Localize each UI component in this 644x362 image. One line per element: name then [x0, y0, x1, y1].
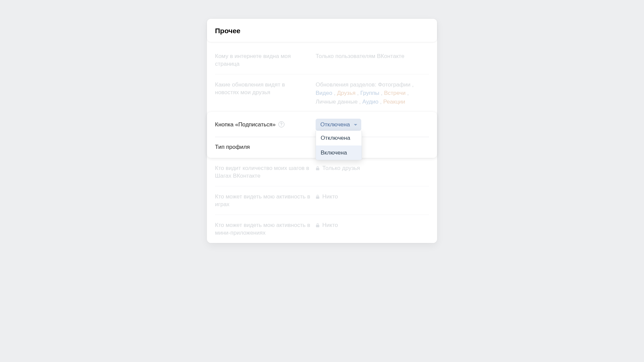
dropdown-option[interactable]: Включена [316, 145, 362, 160]
panel-title: Прочее [215, 27, 429, 35]
dimmed-section-top: Кому в интернете видна моя страница Толь… [207, 43, 437, 112]
update-tag: Встречи [384, 90, 407, 96]
row-value: Только пользователям ВКонтакте [316, 52, 429, 61]
row-value-tags: Обновления разделов: Фотографии , Видео … [316, 80, 429, 106]
update-tag: Группы [360, 90, 381, 96]
updates-prefix: Обновления разделов: [316, 81, 376, 88]
row-value: Только друзья [316, 164, 429, 173]
subscribe-button-label: Кнопка «Подписаться» [215, 121, 276, 128]
help-icon[interactable]: ? [278, 121, 284, 127]
dropdown-wrap: Отключена ОтключенаВключена [316, 119, 361, 131]
row-value: Никто [316, 192, 429, 201]
lock-icon [316, 164, 320, 172]
row-subscribe-button: Кнопка «Подписаться» ? Отключена Отключе… [215, 112, 429, 137]
row-label: Какие обновления видят в новостях мои др… [215, 80, 316, 97]
row-label: Тип профиля [215, 144, 316, 150]
update-tag: Личные данные [316, 99, 359, 105]
dropdown-list: ОтключенаВключена [316, 131, 362, 160]
chevron-down-icon [354, 124, 357, 126]
update-tag: Друзья [337, 90, 357, 96]
update-tag: Видео [316, 90, 334, 96]
dropdown-option[interactable]: Отключена [316, 131, 362, 145]
row-label: Кто может видеть мою активность в мини-п… [215, 221, 316, 237]
row-miniapps-activity[interactable]: Кто может видеть мою активность в мини-п… [215, 215, 429, 243]
panel-header: Прочее [207, 19, 437, 42]
row-steps-visibility[interactable]: Кто видит количество моих шагов в Шагах … [215, 158, 429, 186]
steps-value: Только друзья [322, 164, 360, 173]
settings-panel: Прочее Кому в интернете видна моя страни… [207, 19, 437, 243]
update-tag: Аудио [362, 99, 380, 105]
update-tag: Реакции [383, 99, 405, 105]
games-value: Никто [322, 192, 338, 201]
row-label: Кому в интернете видна моя страница [215, 52, 316, 68]
row-label: Кто видит количество моих шагов в Шагах … [215, 164, 316, 180]
subscribe-dropdown-button[interactable]: Отключена [316, 119, 361, 131]
focused-section: Кнопка «Подписаться» ? Отключена Отключе… [207, 112, 437, 158]
miniapps-value: Никто [322, 221, 338, 230]
row-value: Никто [316, 221, 429, 230]
dropdown-selected-label: Отключена [320, 121, 350, 128]
dimmed-section-bottom: Кто видит количество моих шагов в Шагах … [207, 158, 437, 243]
panel-header-card: Прочее [207, 19, 437, 42]
update-tag: Фотографии [378, 81, 412, 88]
row-friends-updates[interactable]: Какие обновления видят в новостях мои др… [215, 74, 429, 112]
lock-icon [316, 221, 320, 229]
row-label: Кто может видеть мою активность в играх [215, 192, 316, 208]
row-games-activity[interactable]: Кто может видеть мою активность в играх … [215, 186, 429, 215]
row-value: Отключена ОтключенаВключена [316, 119, 429, 131]
lock-icon [316, 192, 320, 201]
row-label: Кнопка «Подписаться» ? [215, 121, 316, 128]
row-page-visibility[interactable]: Кому в интернете видна моя страница Толь… [215, 46, 429, 74]
